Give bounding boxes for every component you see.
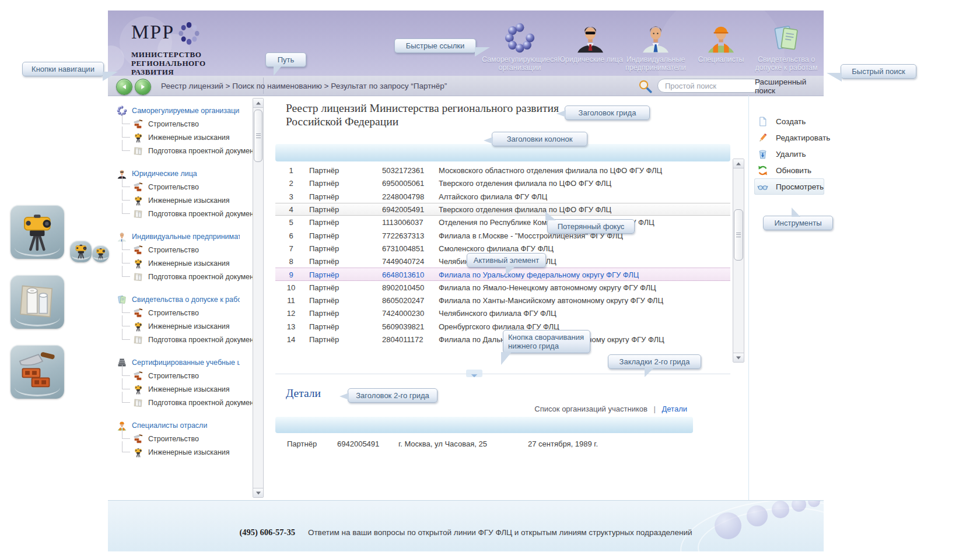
sidebar-scrollbar[interactable] (253, 98, 264, 498)
sidebar-item[interactable]: Сертифицированные учебные центры (114, 356, 253, 369)
quick-link-icon (575, 22, 606, 54)
sidebar-item[interactable]: Подготовка проектной документации (114, 207, 253, 220)
sidebar-item[interactable]: Инженерные изыскания (114, 131, 253, 144)
toolbar-button[interactable]: Обновить (754, 162, 824, 178)
grid-scrollbar[interactable] (733, 159, 744, 363)
cell-description: Тверского отделения филиала по ЦФО ФГУ Ф… (439, 205, 611, 214)
tab-participants-list[interactable]: Список организаций участников (534, 405, 648, 413)
search-icon[interactable] (638, 79, 653, 94)
cell-inn: 6942005491 (382, 205, 424, 214)
search-input[interactable] (657, 79, 760, 93)
sidebar-item-icon (133, 182, 144, 192)
sidebar-item-label: Инженерные изыскания (148, 196, 230, 205)
sidebar-item[interactable]: Подготовка проектной документации (114, 333, 253, 346)
quick-link[interactable]: Саморегулирующиеся организации (482, 22, 558, 72)
triangle-down-icon (256, 491, 261, 494)
scroll-up-button[interactable] (733, 159, 744, 168)
table-row[interactable]: 4 Партнёр 6942005491 Тверского отделения… (275, 203, 730, 216)
cell-inn: 6942005491 (337, 440, 379, 448)
cell-name: Партнёр (309, 192, 339, 201)
sidebar-item[interactable]: Специалисты отрасли (114, 419, 253, 432)
advanced-search-link[interactable]: Расширенный поиск (755, 78, 818, 95)
callout-tail (475, 47, 490, 57)
toolbar-button[interactable]: Редактировать (754, 129, 824, 146)
sidebar-item-icon (133, 132, 144, 143)
scroll-up-button[interactable] (253, 99, 263, 108)
footer-text: Ответим на ваши вопросы по открытой лини… (308, 528, 692, 537)
sidebar-item[interactable]: Подготовка проектной документации (114, 144, 253, 157)
sidebar-item[interactable]: Саморегулируемые организации (114, 104, 253, 117)
sidebar-item[interactable]: Юридические лица (114, 167, 253, 180)
details-row[interactable]: Партнёр 6942005491 г. Москва, ул Часовая… (275, 437, 693, 450)
toolbar-button[interactable]: Удалить (754, 146, 824, 162)
sidebar-item[interactable]: Строительство (114, 432, 253, 445)
arrow-right-icon (137, 81, 149, 93)
sidebar-item[interactable]: Подготовка проектной документации (114, 270, 253, 283)
sidebar-item[interactable]: Свидетельства о допуске к работам (114, 293, 253, 306)
cell-inn: 6950005061 (382, 179, 424, 188)
sidebar-item[interactable]: Строительство (114, 243, 253, 256)
table-row[interactable]: 3 Партнёр 2248004798 Алтайского филиала … (275, 190, 730, 203)
sidebar-item[interactable]: Строительство (114, 306, 253, 319)
toolbar-button-label: Редактировать (776, 133, 830, 142)
cell-name: Партнёр (287, 440, 317, 448)
cell-number: 7 (282, 244, 300, 252)
callout-second-grid-title: Заголовок 2-го грида (348, 388, 438, 403)
quick-link-label: Индивидуальные предприниматели (623, 55, 688, 72)
cell-name: Партнёр (309, 270, 339, 279)
cell-inn: 7449040724 (382, 257, 424, 266)
sidebar-item[interactable]: Инженерные изыскания (114, 382, 253, 396)
sidebar-item[interactable]: Инженерные изыскания (114, 194, 253, 207)
table-row[interactable]: 10 Партнёр 8902010450 Филиала по Ямало-Н… (275, 281, 730, 294)
callout-tail (645, 368, 654, 377)
sidebar-item[interactable]: Строительство (114, 180, 253, 194)
scroll-down-button[interactable] (733, 353, 744, 362)
quick-link-icon (771, 22, 802, 54)
table-row[interactable]: 6 Партнёр 7722637313 Филиала в г.Москве … (275, 228, 730, 241)
breadcrumb[interactable]: Реестр лицензий > Поиск по наименованию … (161, 82, 447, 90)
table-row[interactable]: 5 Партнёр 1113006037 Отделения по Респуб… (275, 216, 730, 228)
toolbar-button[interactable]: Создать (754, 113, 824, 129)
quick-link[interactable]: Специалисты (688, 22, 754, 72)
cell-name: Партнёр (309, 166, 339, 175)
table-row[interactable]: 12 Партнёр 7424000230 Челябинского филиа… (275, 307, 730, 319)
cell-inn: 5609039821 (382, 322, 424, 331)
sidebar-item-label: Юридические лица (132, 170, 197, 178)
table-row[interactable]: 9 Партнёр 6648013610 Филиала по Уральско… (275, 268, 730, 280)
table-row[interactable]: 11 Партнёр 8605020247 Филиала по Ханты-М… (275, 294, 730, 307)
sidebar-item-label: Инженерные изыскания (148, 385, 230, 393)
table-row[interactable]: 1 Партнёр 5032172361 Московского областн… (275, 164, 730, 177)
scroll-down-button[interactable] (253, 488, 263, 497)
quick-link[interactable]: Свидетельства о допуске к работам (754, 22, 819, 72)
sidebar-item[interactable]: Строительство (114, 369, 253, 382)
callout-second-grid-tabs: Закладки 2-го грида (608, 354, 701, 369)
scrollbar-thumb[interactable] (254, 110, 262, 162)
nav-back-button[interactable] (116, 79, 132, 95)
sidebar-item[interactable]: Строительство (114, 117, 253, 131)
scrollbar-thumb[interactable] (734, 209, 743, 261)
quick-links: Саморегулирующиеся организации Юридическ… (482, 22, 819, 72)
sidebar-item-label: Строительство (148, 120, 199, 128)
callout-tail (556, 110, 566, 117)
quick-link[interactable]: Индивидуальные предприниматели (623, 22, 688, 72)
sidebar-item-icon (133, 398, 144, 408)
sidebar-item-icon (133, 335, 144, 345)
toolbar-button[interactable]: Просмотреть (754, 178, 824, 195)
quick-link[interactable]: Юридические лица (558, 22, 623, 72)
sidebar-item[interactable]: Инженерные изыскания (114, 319, 253, 333)
logo-text: МРР (131, 21, 174, 43)
sidebar-item[interactable]: Инженерные изыскания (114, 256, 253, 270)
cell-inn: 1113006037 (382, 218, 423, 227)
sidebar-item-icon (133, 384, 144, 395)
sidebar-item[interactable]: Инженерные изыскания (114, 445, 253, 459)
table-row[interactable]: 2 Партнёр 6950005061 Тверского отделения… (275, 177, 730, 189)
cell-name: Партнёр (309, 205, 339, 214)
sidebar-item[interactable]: Индивидуальные предприниматели (114, 230, 253, 243)
paper-rolls-icon (16, 279, 59, 322)
tab-details[interactable]: Детали (662, 405, 688, 413)
nav-forward-button[interactable] (135, 79, 151, 95)
sidebar-item-icon (133, 119, 144, 129)
grid-column-headers (275, 144, 730, 161)
sidebar-item[interactable]: Подготовка проектной документации (114, 396, 253, 409)
collapse-lower-grid-button[interactable] (466, 370, 482, 377)
